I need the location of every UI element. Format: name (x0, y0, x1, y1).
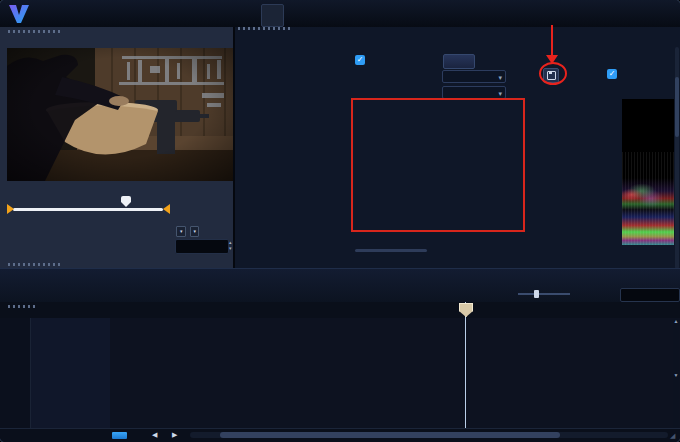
scrubber-handle[interactable] (121, 196, 131, 207)
timeline-timecode (620, 288, 680, 302)
aspect-ratio-dropdown[interactable] (176, 226, 186, 237)
show-scopes-checkbox[interactable] (607, 69, 617, 79)
drag-dots (8, 305, 36, 308)
preview-pane: ▴▾ (0, 27, 235, 268)
scroll-right-icon[interactable]: ▶ (172, 431, 177, 439)
reset-button[interactable] (443, 54, 475, 69)
track-headers (31, 318, 110, 428)
title-bar (0, 0, 680, 27)
apply-checkbox[interactable] (355, 55, 365, 65)
playhead-line[interactable] (465, 302, 466, 428)
timeline-toolbar (0, 268, 680, 303)
app-logo-icon (7, 3, 31, 25)
tracks-scrollbar[interactable]: ▲▼ (673, 318, 679, 428)
trim-start-handle[interactable] (7, 204, 14, 214)
video-preview[interactable] (7, 48, 233, 181)
preview-size-dropdown[interactable] (190, 226, 200, 237)
color-panel (235, 27, 680, 268)
panel-vertical-scrollbar[interactable] (675, 47, 679, 268)
home-button[interactable] (261, 4, 284, 27)
bottom-bar: ◀ ▶ ◢ (0, 428, 680, 442)
trim-bar[interactable] (13, 208, 163, 211)
video-scope (622, 99, 674, 245)
drag-dots (8, 30, 63, 33)
aspect-controls (176, 226, 205, 237)
track-type-rail (0, 318, 31, 428)
annotation-circle (539, 62, 567, 85)
hsl-sliders-box (351, 98, 525, 232)
drag-dots (238, 27, 293, 30)
resize-grip-icon: ◢ (670, 432, 675, 440)
panel-scrollbar[interactable] (355, 249, 427, 252)
preview-timecode[interactable] (175, 239, 229, 254)
drag-dots (8, 263, 63, 266)
annotation-arrow (551, 25, 553, 57)
scroll-mode-icon[interactable] (112, 432, 127, 439)
timecode-stepper[interactable]: ▴▾ (229, 239, 232, 251)
timeline-zoom-slider[interactable] (518, 293, 570, 295)
timeline-ruler[interactable] (0, 302, 680, 319)
toolbar-row1 (6, 271, 668, 287)
timeline-tracks: ▲▼ (0, 318, 680, 428)
waveform-noise (622, 152, 674, 245)
videostudio-window: ▴▾ (0, 0, 680, 442)
trim-end-handle[interactable] (163, 204, 170, 214)
scroll-left-icon[interactable]: ◀ (152, 431, 157, 439)
zoom-slider-thumb[interactable] (534, 290, 539, 298)
timeline-scrollbar[interactable] (190, 432, 668, 438)
preset-dropdown[interactable] (442, 70, 506, 83)
timeline-scrollbar-thumb[interactable] (220, 432, 560, 438)
